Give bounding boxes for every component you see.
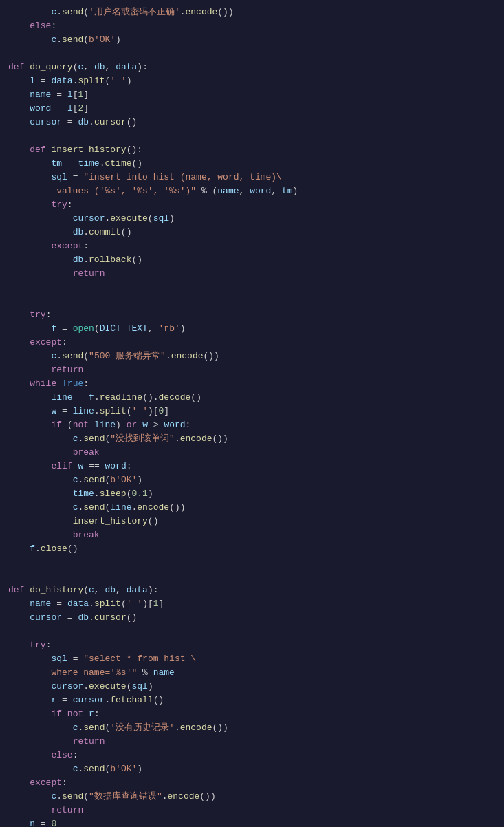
code-line: cursor = db.cursor() xyxy=(0,611,504,625)
code-line: c.send(b'OK') xyxy=(0,473,504,487)
code-line: name = data.split(' ')[1] xyxy=(0,597,504,611)
code-line: n = 0 xyxy=(0,817,504,827)
code-line: break xyxy=(0,446,504,460)
code-line: try: xyxy=(0,638,504,652)
code-line: c.send(line.encode()) xyxy=(0,501,504,515)
code-line: return xyxy=(0,363,504,377)
code-line xyxy=(0,47,504,61)
code-line: try: xyxy=(0,198,504,212)
code-line: cursor = db.cursor() xyxy=(0,116,504,129)
code-line: def do_history(c, db, data): xyxy=(0,583,504,597)
code-line: time.sleep(0.1) xyxy=(0,487,504,501)
code-line: cursor.execute(sql) xyxy=(0,680,504,694)
code-line: try: xyxy=(0,308,504,322)
code-line: except: xyxy=(0,336,504,350)
code-line: def do_query(c, db, data): xyxy=(0,61,504,74)
code-line: name = l[1] xyxy=(0,88,504,102)
code-line xyxy=(0,570,504,583)
code-line: else: xyxy=(0,19,504,33)
code-line: db.rollback() xyxy=(0,253,504,267)
code-line: l = data.split(' ') xyxy=(0,74,504,88)
code-line: insert_history() xyxy=(0,515,504,528)
code-line: db.commit() xyxy=(0,226,504,239)
code-line: return xyxy=(0,804,504,817)
code-line: except: xyxy=(0,239,504,253)
code-line: return xyxy=(0,735,504,749)
code-line xyxy=(0,281,504,294)
code-line: elif w == word: xyxy=(0,460,504,473)
code-line: w = line.split(' ')[0] xyxy=(0,405,504,418)
code-line: tm = time.ctime() xyxy=(0,157,504,171)
code-line: c.send('没有历史记录'.encode()) xyxy=(0,721,504,735)
code-line xyxy=(0,625,504,638)
code-line: f.close() xyxy=(0,542,504,556)
code-line: values ('%s', '%s', '%s')" % (name, word… xyxy=(0,184,504,198)
code-line: r = cursor.fetchall() xyxy=(0,694,504,707)
code-line: if not r: xyxy=(0,707,504,721)
code-editor: c.send('用户名或密码不正确'.encode()) else: c.sen… xyxy=(0,0,504,827)
code-line: c.send(b'OK') xyxy=(0,33,504,47)
code-line: word = l[2] xyxy=(0,102,504,116)
code-line xyxy=(0,294,504,308)
code-line xyxy=(0,129,504,143)
code-line: if (not line) or w > word: xyxy=(0,418,504,432)
code-line: where name='%s'" % name xyxy=(0,666,504,680)
code-line: c.send(b'OK') xyxy=(0,762,504,776)
code-line: cursor.execute(sql) xyxy=(0,212,504,226)
code-line: c.send("500 服务端异常".encode()) xyxy=(0,350,504,363)
code-line: c.send("没找到该单词".encode()) xyxy=(0,432,504,446)
code-line: else: xyxy=(0,749,504,762)
code-line xyxy=(0,556,504,570)
code-line: def insert_history(): xyxy=(0,143,504,157)
code-line: f = open(DICT_TEXT, 'rb') xyxy=(0,322,504,336)
code-line: c.send("数据库查询错误".encode()) xyxy=(0,790,504,804)
code-line: line = f.readline().decode() xyxy=(0,391,504,405)
code-line: return xyxy=(0,267,504,281)
code-line: break xyxy=(0,528,504,542)
code-line: sql = "select * from hist \ xyxy=(0,652,504,666)
code-line: c.send('用户名或密码不正确'.encode()) xyxy=(0,6,504,19)
code-line: except: xyxy=(0,776,504,790)
code-line: sql = "insert into hist (name, word, tim… xyxy=(0,171,504,184)
code-line: while True: xyxy=(0,377,504,391)
